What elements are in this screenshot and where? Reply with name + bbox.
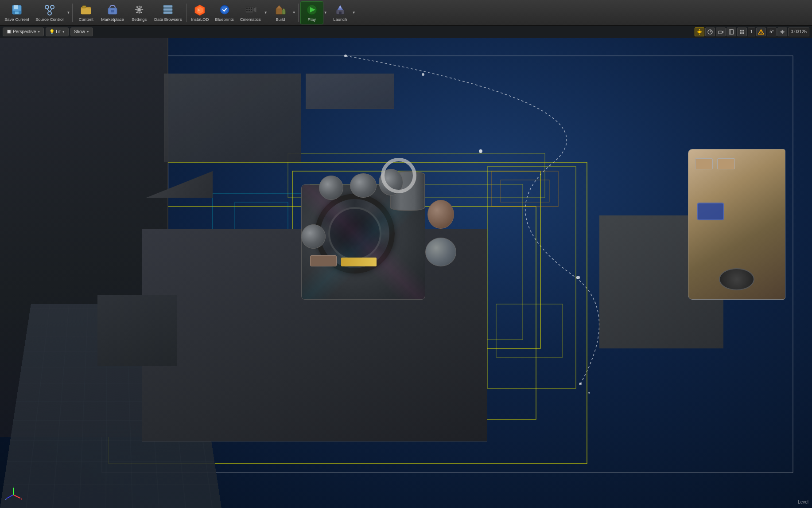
lit-icon: 💡 — [49, 29, 54, 34]
back-wall-segment — [164, 74, 301, 162]
viewport-toolbar: 🔲 Perspective ▼ 💡 Lit ▼ Show ▼ 1 — [0, 26, 812, 38]
build-label: Build — [276, 17, 285, 22]
svg-rect-52 — [740, 32, 742, 34]
source-control-group: Source Control ▼ — [33, 1, 70, 24]
svg-rect-15 — [163, 5, 172, 8]
svg-line-97 — [13, 495, 20, 498]
svg-line-99 — [7, 495, 13, 498]
svg-point-56 — [761, 33, 761, 34]
svg-point-14 — [137, 8, 141, 12]
svg-rect-25 — [246, 8, 248, 9]
svg-rect-53 — [742, 32, 744, 34]
marketplace-icon — [106, 4, 119, 16]
pod-tank-6 — [301, 224, 326, 249]
svg-marker-34 — [282, 8, 285, 11]
data-browsers-icon — [162, 4, 174, 16]
cinematics-icon — [244, 4, 256, 16]
play-arrow[interactable]: ▼ — [323, 1, 328, 24]
svg-rect-27 — [251, 8, 252, 9]
level-indicator: Level — [798, 500, 808, 504]
counter-value: 1 — [750, 29, 753, 34]
pod-tank-4 — [427, 200, 454, 229]
angle-display: 5° — [767, 27, 777, 36]
source-control-icon — [43, 4, 56, 16]
cinematics-arrow[interactable]: ▼ — [264, 1, 268, 24]
play-label: Play — [308, 17, 316, 22]
detail-box-2 — [341, 258, 377, 266]
cinematics-label: Cinematics — [240, 17, 261, 22]
counter-display: 1 — [748, 27, 756, 36]
instalod-button[interactable]: L InstaLOD — [188, 1, 211, 24]
toolbar-sep-2 — [186, 4, 186, 22]
svg-text:X: X — [21, 497, 22, 501]
svg-text:Y: Y — [12, 486, 15, 488]
right-spacecraft — [688, 149, 785, 300]
svg-rect-13 — [111, 10, 114, 12]
play-button[interactable]: Play — [300, 1, 323, 24]
settings-button[interactable]: Settings — [128, 1, 151, 24]
svg-rect-10 — [81, 8, 91, 14]
grid-icon-btn[interactable] — [737, 27, 747, 36]
launch-arrow[interactable]: ▼ — [352, 1, 356, 24]
build-group: Build ▼ — [269, 1, 296, 24]
svg-rect-30 — [251, 10, 252, 11]
lit-button[interactable]: 💡 Lit ▼ — [46, 27, 69, 36]
svg-rect-29 — [249, 10, 250, 11]
detail-box-1 — [310, 255, 337, 266]
realtime-icon-btn[interactable] — [705, 27, 715, 36]
level-text: Level — [798, 500, 808, 504]
svg-rect-3 — [15, 12, 19, 14]
svg-point-5 — [51, 5, 54, 9]
svg-marker-32 — [276, 5, 282, 9]
instalod-label: InstaLOD — [191, 17, 209, 22]
spacecraft-thruster — [719, 268, 754, 290]
svg-rect-11 — [82, 6, 86, 8]
cinematics-button[interactable]: Cinematics — [237, 1, 264, 24]
viewport-3d[interactable]: Level X Y Z — [0, 38, 812, 508]
launch-icon — [334, 4, 346, 16]
launch-label: Launch — [333, 17, 347, 22]
svg-point-6 — [48, 12, 51, 15]
perspective-button[interactable]: 🔲 Perspective ▼ — [3, 27, 44, 36]
perspective-icon: 🔲 — [6, 29, 12, 34]
svg-rect-1 — [14, 5, 18, 9]
svg-rect-46 — [719, 31, 722, 34]
svg-rect-48 — [729, 30, 734, 34]
spacecraft-panel-1 — [695, 158, 713, 169]
perspective-label: Perspective — [13, 29, 36, 34]
zoom-value: 0.03125 — [791, 29, 807, 34]
marketplace-label: Marketplace — [101, 17, 124, 22]
marketplace-button[interactable]: Marketplace — [98, 1, 127, 24]
main-toolbar: Save Current Source Control ▼ — [0, 0, 812, 26]
platform-left-ext — [97, 295, 177, 366]
save-current-button[interactable]: Save Current — [2, 1, 32, 24]
data-browsers-button[interactable]: Data Browsers — [152, 1, 184, 24]
lighting-icon-btn[interactable] — [695, 27, 704, 36]
blueprints-button[interactable]: Blueprints — [213, 1, 237, 24]
data-browsers-label: Data Browsers — [154, 17, 182, 22]
source-control-button[interactable]: Source Control — [33, 1, 66, 24]
pod-tank-5 — [425, 238, 456, 266]
save-icon — [11, 4, 23, 16]
svg-text:Z: Z — [5, 497, 7, 501]
content-button[interactable]: Content — [74, 1, 97, 24]
camera-speed-icon-btn[interactable] — [716, 27, 726, 36]
pod-tank-2 — [350, 173, 377, 198]
launch-button[interactable]: Launch — [329, 1, 352, 24]
show-button[interactable]: Show ▼ — [70, 27, 93, 36]
save-current-label: Save Current — [4, 17, 29, 22]
maximize-icon-btn[interactable] — [727, 27, 736, 36]
angle-value: 5° — [769, 29, 774, 34]
build-button[interactable]: Build — [269, 1, 292, 24]
snap-icon-btn[interactable] — [777, 27, 787, 36]
launch-group: Launch ▼ — [329, 1, 356, 24]
show-arrow: ▼ — [86, 30, 89, 33]
source-control-arrow[interactable]: ▼ — [66, 1, 70, 24]
pod-tank-1 — [319, 176, 343, 200]
warning-icon-btn[interactable] — [756, 27, 766, 36]
build-arrow[interactable]: ▼ — [292, 1, 296, 24]
lit-arrow: ▼ — [62, 30, 65, 33]
svg-line-8 — [50, 9, 52, 12]
play-icon — [306, 4, 318, 16]
svg-point-40 — [698, 31, 701, 33]
